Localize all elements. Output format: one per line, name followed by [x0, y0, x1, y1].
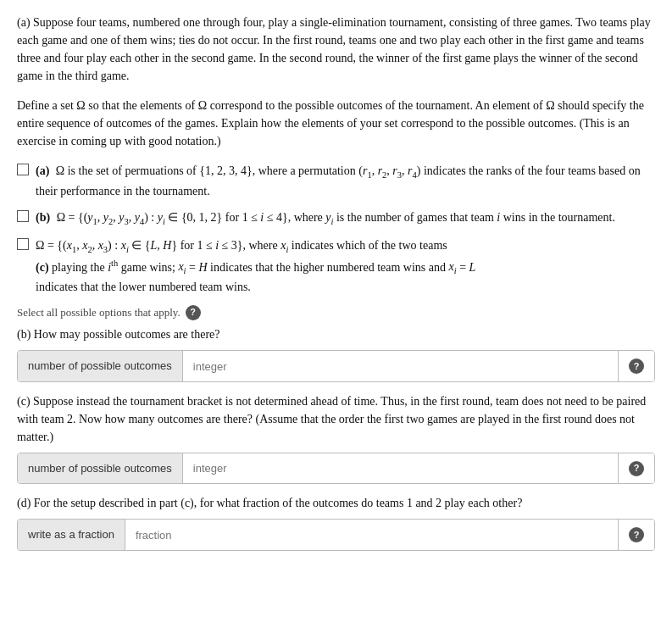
page-container: (a) Suppose four teams, numbered one thr… — [17, 14, 655, 551]
part-b-input-row: number of possible outcomes ? — [17, 350, 655, 382]
part-c-question-text: (c) Suppose instead the tournament brack… — [17, 395, 646, 443]
part-d-input-label: write as a fraction — [18, 520, 125, 550]
part-b-question: (b) How may possible outcomes are there? — [17, 325, 655, 343]
part-c-input-row: number of possible outcomes ? — [17, 453, 655, 485]
part-b-input-label: number of possible outcomes — [18, 351, 183, 381]
part-d-input[interactable] — [125, 520, 618, 550]
option-c-text: Ω = {(x1, x2, x3) : xi ∈ {L, H} for 1 ≤ … — [36, 236, 655, 296]
option-a-description: Ω is the set of permuations of {1, 2, 3,… — [36, 164, 641, 197]
option-b-checkbox[interactable] — [17, 210, 29, 222]
part-b-help: ? — [618, 351, 654, 381]
part-d-input-row: write as a fraction ? — [17, 519, 655, 551]
select-note: Select all possible options that apply. … — [17, 304, 655, 321]
option-b-label: (b) — [36, 211, 50, 224]
option-c-checkbox[interactable] — [17, 238, 29, 250]
option-b-text: (b) Ω = {(y1, y2, y3, y4) : yi ∈ {0, 1, … — [36, 208, 655, 229]
intro-paragraph-2: Define a set Ω so that the elements of Ω… — [17, 97, 655, 150]
part-c-input-label: number of possible outcomes — [18, 453, 183, 484]
part-c-question: (c) Suppose instead the tournament brack… — [17, 392, 655, 446]
part-d-label-text: write as a fraction — [28, 526, 114, 543]
part-d-question: (d) For the setup described in part (c),… — [17, 494, 655, 512]
intro-text-2: Define a set Ω so that the elements of Ω… — [17, 99, 644, 147]
part-c-help: ? — [618, 453, 654, 484]
option-c-row: Ω = {(x1, x2, x3) : xi ∈ {L, H} for 1 ≤ … — [17, 236, 655, 296]
option-b-row: (b) Ω = {(y1, y2, y3, y4) : yi ∈ {0, 1, … — [17, 208, 655, 229]
option-a-label: (a) — [36, 164, 49, 177]
part-b-question-text: (b) How may possible outcomes are there? — [17, 328, 219, 341]
part-d-help-icon[interactable]: ? — [629, 527, 644, 542]
option-a-row: (a) Ω is the set of permuations of {1, 2… — [17, 162, 655, 200]
part-c-label-text: number of possible outcomes — [28, 460, 172, 477]
part-d-question-text: (d) For the setup described in part (c),… — [17, 497, 522, 509]
part-c-input[interactable] — [183, 453, 618, 484]
option-a-text: (a) Ω is the set of permuations of {1, 2… — [36, 162, 655, 200]
part-b-help-icon[interactable]: ? — [629, 359, 644, 374]
part-c-help-icon[interactable]: ? — [629, 461, 644, 476]
select-note-help-icon[interactable]: ? — [186, 305, 201, 320]
part-d-help: ? — [618, 520, 654, 550]
option-b-description: Ω = {(y1, y2, y3, y4) : yi ∈ {0, 1, 2} f… — [57, 211, 615, 224]
intro-paragraph-1: (a) Suppose four teams, numbered one thr… — [17, 14, 655, 85]
part-b-label-text: number of possible outcomes — [28, 358, 172, 375]
select-note-text: Select all possible options that apply. — [17, 304, 180, 321]
part-b-input[interactable] — [183, 351, 618, 381]
option-a-checkbox[interactable] — [17, 164, 29, 175]
intro-text-1: (a) Suppose four teams, numbered one thr… — [17, 16, 651, 82]
